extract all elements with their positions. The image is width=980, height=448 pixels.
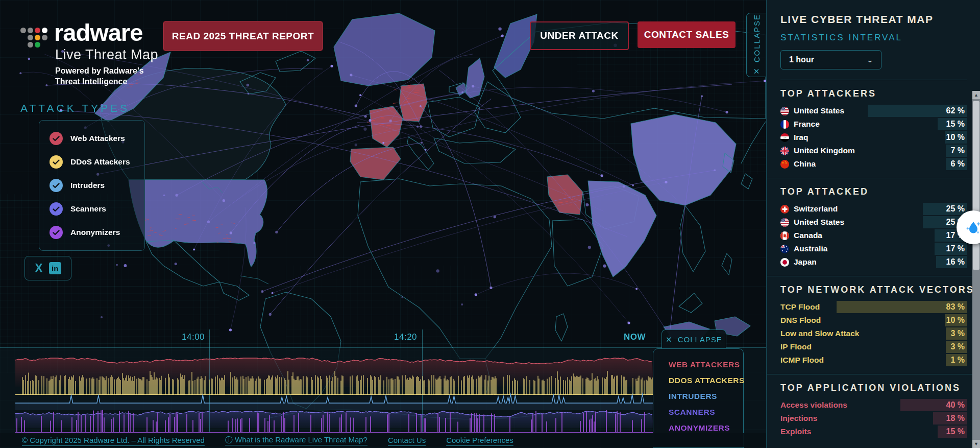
stat-row-exploits: Exploits15 %	[780, 425, 967, 438]
interval-dropdown[interactable]: 1 hour ⌄	[780, 50, 881, 69]
copyright-link[interactable]: © Copyright 2025 Radware Ltd. – All Righ…	[22, 436, 205, 444]
attack-type-label: Scanners	[70, 204, 106, 214]
svg-text:الله: الله	[783, 136, 787, 139]
attack-type-toggle-ddos-attackers[interactable]: DDoS Attackers	[50, 150, 140, 174]
au-flag-icon	[780, 245, 789, 253]
stat-row-injections: Injections18 %	[780, 412, 967, 425]
attack-type-toggle-intruders[interactable]: Intruders	[50, 174, 140, 197]
logo-dot	[42, 28, 47, 33]
stat-row-france: France15 %	[780, 117, 967, 131]
contact-us-link[interactable]: Contact Us	[388, 436, 426, 444]
scroll-up-arrow-icon[interactable]: ▲	[972, 91, 980, 99]
stat-value: 17 %	[946, 244, 965, 253]
attack-type-label: DDoS Attackers	[70, 157, 130, 167]
stat-label: United States	[794, 106, 844, 115]
checked-circle-icon	[50, 179, 63, 192]
checked-circle-icon	[50, 155, 63, 169]
about-link[interactable]: ⓘ What is the Radware Live Threat Map?	[225, 435, 368, 445]
attack-type-label: Anonymizers	[70, 228, 120, 237]
stat-row-united-kingdom: United Kingdom7 %	[780, 144, 967, 157]
time-label-now: NOW	[624, 332, 646, 342]
checked-circle-icon	[50, 202, 63, 216]
stat-value: 25 %	[946, 204, 965, 214]
logo-dot	[35, 28, 40, 33]
checked-circle-icon	[50, 226, 63, 239]
stat-value: 18 %	[946, 414, 965, 423]
stat-label: Exploits	[780, 427, 811, 436]
brand-subtitle: Live Threat Map	[55, 47, 158, 63]
stat-label: Injections	[780, 414, 817, 423]
time-label-1400: 14:00	[182, 332, 205, 342]
linkedin-icon[interactable]: in	[49, 262, 61, 274]
brand-tagline: Powered by Radware's Threat Intelligence	[55, 66, 167, 87]
attack-type-toggle-web-attackers[interactable]: Web Attackers	[50, 127, 140, 150]
stat-value: 1 %	[950, 356, 965, 365]
stat-label: IP Flood	[780, 342, 812, 351]
attack-type-label: Web Attackers	[70, 134, 125, 143]
stat-value: 16 %	[946, 257, 965, 267]
panel-title: LIVE CYBER THREAT MAP	[780, 13, 967, 26]
legend-item-intruders[interactable]: INTRUDERS	[669, 392, 743, 401]
ch-flag-icon	[780, 205, 789, 214]
panel-scrollbar[interactable]: ▲ ▼	[972, 91, 980, 448]
stat-label: France	[794, 120, 820, 129]
footer: © Copyright 2025 Radware Ltd. – All Righ…	[0, 433, 788, 447]
radware-logo-icon	[20, 28, 49, 51]
stat-label: China	[794, 159, 816, 169]
scrollbar-thumb[interactable]	[973, 101, 979, 270]
statistics-interval-label: STATISTICS INTERVAL	[780, 33, 967, 43]
legend-item-ddos-attackers[interactable]: DDOS ATTACKERS	[669, 376, 743, 385]
fr-flag-icon	[780, 120, 789, 129]
logo-dot	[35, 35, 40, 40]
legend-item-anonymizers[interactable]: ANONYMIZERS	[669, 423, 743, 433]
stat-row-australia: Australia17 %	[780, 242, 967, 255]
stat-row-united-states: United States25 %	[780, 216, 967, 229]
cookie-preferences-link[interactable]: Cookie Preferences	[446, 436, 513, 444]
close-icon: ✕	[753, 67, 760, 76]
stat-row-switzerland: Switzerland25 %	[780, 202, 967, 216]
stat-label: Switzerland	[794, 204, 838, 214]
side-panel-collapse-tab[interactable]: COLLAPSE ✕	[746, 13, 766, 77]
read-threat-report-button[interactable]: READ 2025 THREAT REPORT	[163, 21, 323, 51]
us-flag-icon	[780, 218, 789, 227]
stat-value: 83 %	[946, 302, 965, 312]
contact-sales-button[interactable]: CONTACT SALES	[638, 21, 736, 48]
under-attack-button[interactable]: UNDER ATTACK	[530, 21, 629, 50]
stat-value: 15 %	[946, 120, 965, 129]
stat-value: 15 %	[946, 427, 965, 436]
ca-flag-icon	[780, 231, 789, 240]
stat-row-icmp-flood: ICMP Flood1 %	[780, 353, 967, 367]
stat-row-low-and-slow-attack: Low and Slow Attack3 %	[780, 327, 967, 340]
brand-wordmark: radware	[54, 20, 142, 44]
x-twitter-icon[interactable]: X	[35, 263, 42, 274]
stat-row-access-violations: Access violations40 %	[780, 398, 967, 412]
stat-label: Australia	[794, 244, 827, 253]
stat-row-ip-flood: IP Flood3 %	[780, 340, 967, 353]
stat-label: Canada	[794, 231, 822, 240]
logo-dot	[20, 28, 26, 33]
stat-label: ICMP Flood	[780, 356, 824, 365]
statistics-sections: TOP ATTACKERSUnited States62 %France15 %…	[767, 80, 980, 445]
section-top-attackers: TOP ATTACKERSUnited States62 %France15 %…	[767, 80, 980, 178]
us-flag-icon	[780, 107, 789, 115]
close-icon: ✕	[666, 335, 673, 344]
stat-label: DNS Flood	[780, 316, 821, 325]
stat-label: Low and Slow Attack	[780, 329, 859, 338]
iq-flag-icon: الله	[780, 133, 789, 142]
timeline-collapse-button[interactable]: ✕ COLLAPSE	[662, 329, 726, 349]
stat-row-dns-flood: DNS Flood10 %	[780, 314, 967, 327]
logo-dot	[28, 28, 33, 33]
attack-type-toggle-scanners[interactable]: Scanners	[50, 197, 140, 221]
attack-timeline-chart[interactable]	[15, 351, 653, 433]
stat-label: TCP Flood	[780, 302, 820, 312]
section-top-application-violations: TOP APPLICATION VIOLATIONSAccess violati…	[767, 374, 980, 445]
legend-item-scanners[interactable]: SCANNERS	[669, 408, 743, 417]
scroll-down-arrow-icon[interactable]: ▼	[972, 440, 980, 448]
attack-type-label: Intruders	[70, 181, 105, 190]
water-drop-icon	[965, 219, 980, 236]
collapse-label: COLLAPSE	[678, 335, 722, 344]
stat-value: 7 %	[950, 146, 965, 155]
legend-item-web-attackers[interactable]: WEB ATTACKERS	[669, 360, 743, 369]
stat-row-china: China6 %	[780, 157, 967, 171]
attack-type-toggle-anonymizers[interactable]: Anonymizers	[50, 221, 140, 244]
